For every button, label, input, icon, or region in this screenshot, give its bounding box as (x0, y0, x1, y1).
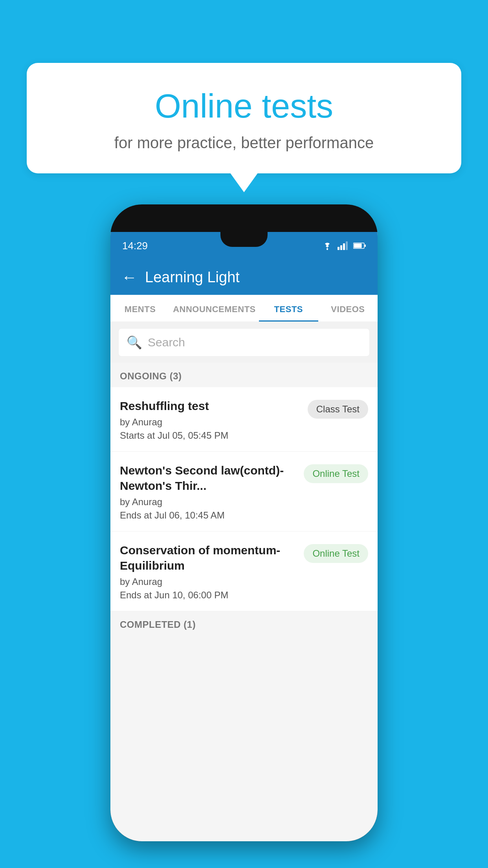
tab-ments[interactable]: MENTS (110, 295, 170, 322)
search-placeholder: Search (148, 336, 185, 349)
tabs-bar: MENTS ANNOUNCEMENTS TESTS VIDEOS (110, 295, 378, 322)
search-bar[interactable]: 🔍 Search (118, 328, 370, 357)
search-icon: 🔍 (127, 335, 142, 350)
test-time-1: Starts at Jul 05, 05:45 PM (120, 430, 301, 441)
svg-rect-7 (365, 245, 366, 247)
test-title-1: Reshuffling test (120, 398, 301, 414)
test-badge-1: Class Test (308, 400, 368, 419)
phone-screen: 14:29 (110, 232, 378, 841)
svg-rect-6 (354, 244, 362, 248)
back-button[interactable]: ← (121, 268, 137, 286)
svg-rect-1 (338, 247, 339, 250)
svg-point-0 (327, 248, 328, 250)
status-icons (322, 241, 366, 250)
test-list: Reshuffling test by Anurag Starts at Jul… (110, 387, 378, 611)
svg-rect-2 (340, 245, 342, 250)
app-bar: ← Learning Light (110, 259, 378, 295)
app-bar-title: Learning Light (145, 269, 240, 286)
wifi-icon (322, 241, 333, 250)
speech-bubble: Online tests for more practice, better p… (27, 63, 461, 173)
svg-rect-3 (343, 243, 345, 250)
test-item-1-content: Reshuffling test by Anurag Starts at Jul… (120, 398, 308, 441)
test-title-2: Newton's Second law(contd)-Newton's Thir… (120, 463, 297, 493)
completed-section-header: COMPLETED (1) (110, 611, 378, 636)
test-item-2-content: Newton's Second law(contd)-Newton's Thir… (120, 463, 304, 521)
status-bar: 14:29 (110, 232, 378, 259)
svg-rect-4 (346, 241, 348, 250)
bubble-subtitle: for more practice, better performance (46, 134, 442, 152)
test-item-3-content: Conservation of momentum-Equilibrium by … (120, 542, 304, 601)
signal-icon (338, 241, 349, 250)
test-time-2: Ends at Jul 06, 10:45 AM (120, 510, 297, 521)
bubble-title: Online tests (46, 86, 442, 125)
tab-announcements[interactable]: ANNOUNCEMENTS (170, 295, 259, 322)
test-item-1[interactable]: Reshuffling test by Anurag Starts at Jul… (110, 387, 378, 452)
test-item-3[interactable]: Conservation of momentum-Equilibrium by … (110, 531, 378, 611)
test-badge-3: Online Test (304, 544, 368, 563)
test-time-3: Ends at Jun 10, 06:00 PM (120, 590, 297, 601)
test-author-1: by Anurag (120, 417, 301, 428)
notch (220, 232, 268, 247)
test-item-2[interactable]: Newton's Second law(contd)-Newton's Thir… (110, 452, 378, 531)
tab-tests[interactable]: TESTS (259, 295, 318, 322)
ongoing-section-header: ONGOING (3) (110, 363, 378, 387)
search-container: 🔍 Search (110, 322, 378, 363)
test-badge-2: Online Test (304, 464, 368, 483)
phone-frame: 14:29 (110, 204, 378, 841)
tab-videos[interactable]: VIDEOS (318, 295, 378, 322)
test-author-2: by Anurag (120, 497, 297, 508)
status-time: 14:29 (122, 240, 148, 252)
battery-icon (353, 242, 366, 249)
test-title-3: Conservation of momentum-Equilibrium (120, 542, 297, 573)
test-author-3: by Anurag (120, 576, 297, 587)
